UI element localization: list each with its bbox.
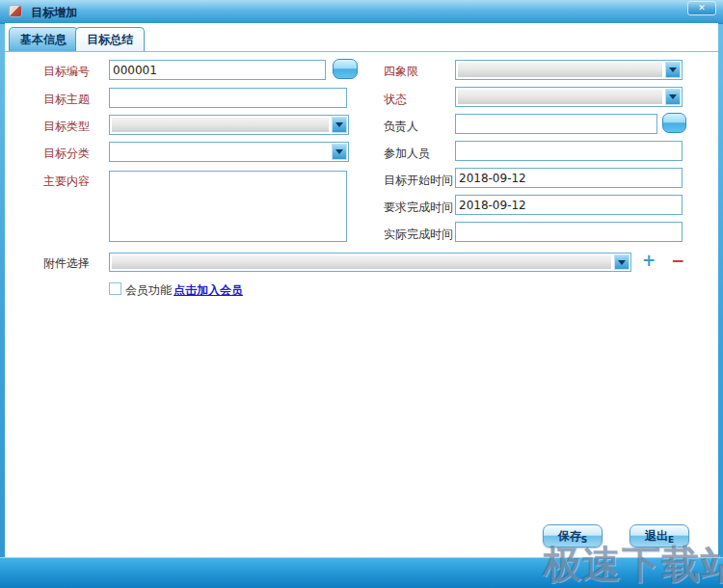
goal-type-value bbox=[112, 118, 329, 132]
save-hotkey: S bbox=[581, 535, 587, 545]
owner-label: 负责人 bbox=[384, 119, 418, 135]
owner-picker-button[interactable] bbox=[662, 113, 686, 133]
goal-category-select[interactable] bbox=[109, 142, 349, 162]
tab-strip: 基本信息 目标总结 bbox=[5, 23, 718, 51]
chevron-down-icon[interactable] bbox=[665, 89, 681, 105]
goal-number-label: 目标编号 bbox=[43, 64, 90, 80]
app-icon bbox=[9, 5, 22, 17]
start-time-input[interactable] bbox=[455, 168, 683, 188]
status-select[interactable] bbox=[455, 87, 683, 107]
main-content-label: 主要内容 bbox=[43, 174, 90, 190]
goal-subject-input[interactable] bbox=[109, 88, 347, 108]
owner-input[interactable] bbox=[455, 114, 657, 134]
goal-type-select[interactable] bbox=[109, 115, 349, 135]
attachment-value bbox=[112, 255, 611, 269]
required-time-label: 要求完成时间 bbox=[384, 200, 453, 216]
exit-button-label: 退出 bbox=[645, 529, 668, 543]
close-icon[interactable]: ✕ bbox=[687, 1, 716, 15]
add-attachment-icon[interactable]: + bbox=[642, 252, 656, 269]
member-checkbox[interactable] bbox=[109, 282, 121, 295]
goal-category-label: 目标分类 bbox=[43, 146, 90, 162]
required-time-input[interactable] bbox=[455, 195, 683, 215]
actual-time-label: 实际完成时间 bbox=[384, 227, 453, 243]
member-checkbox-label: 会员功能 bbox=[125, 282, 172, 299]
quadrant-select[interactable] bbox=[455, 60, 683, 80]
chevron-down-icon[interactable] bbox=[332, 117, 347, 133]
actual-time-input[interactable] bbox=[455, 222, 683, 242]
chevron-down-icon[interactable] bbox=[614, 254, 629, 270]
window-bottom-frame bbox=[0, 557, 723, 588]
participants-label: 参加人员 bbox=[384, 146, 430, 162]
attachment-label: 附件选择 bbox=[43, 255, 90, 272]
save-button-label: 保存 bbox=[558, 529, 581, 543]
quadrant-value bbox=[458, 63, 662, 77]
remove-attachment-icon[interactable]: − bbox=[671, 252, 684, 269]
chevron-down-icon[interactable] bbox=[665, 62, 681, 78]
attachment-select[interactable] bbox=[109, 253, 631, 272]
save-button[interactable]: 保存S bbox=[543, 524, 602, 548]
start-time-label: 目标开始时间 bbox=[384, 173, 453, 189]
window-title: 目标增加 bbox=[31, 5, 77, 21]
main-content-textarea[interactable] bbox=[109, 171, 347, 242]
status-label: 状态 bbox=[384, 92, 407, 108]
goal-category-value bbox=[112, 145, 329, 159]
tab-basic-info[interactable]: 基本信息 bbox=[9, 27, 78, 51]
exit-button[interactable]: 退出E bbox=[629, 524, 689, 548]
chevron-down-icon[interactable] bbox=[332, 144, 347, 160]
dialog-window: 目标增加 ✕ 基本信息 目标总结 目标编号 目标主题 目标类型 目标分类 主要内… bbox=[0, 0, 723, 588]
participants-input[interactable] bbox=[455, 141, 683, 161]
join-member-link[interactable]: 点击加入会员 bbox=[174, 282, 243, 299]
title-bar: 目标增加 ✕ bbox=[0, 0, 723, 24]
goal-number-input[interactable] bbox=[109, 60, 326, 80]
exit-hotkey: E bbox=[668, 535, 674, 545]
tab-goal-summary[interactable]: 目标总结 bbox=[75, 27, 145, 51]
goal-number-picker-button[interactable] bbox=[333, 59, 358, 79]
quadrant-label: 四象限 bbox=[384, 64, 418, 80]
goal-subject-label: 目标主题 bbox=[43, 92, 90, 108]
status-value bbox=[458, 90, 662, 104]
goal-type-label: 目标类型 bbox=[43, 119, 90, 135]
